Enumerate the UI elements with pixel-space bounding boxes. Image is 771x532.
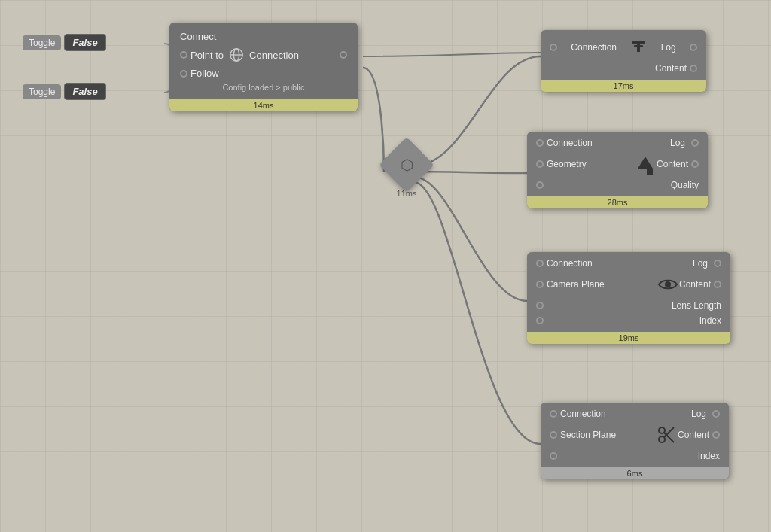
log3-lens-label: Lens Length bbox=[672, 300, 721, 311]
log-node-1-body: Connection Log Content bbox=[541, 30, 706, 80]
log3-icon-area bbox=[657, 273, 679, 296]
log2-geometry-label: Geometry bbox=[547, 159, 587, 169]
connect-row-title: Connect bbox=[180, 29, 347, 44]
log3-content-label: Content bbox=[679, 279, 711, 290]
connect-row-point: Point to Connection bbox=[180, 44, 347, 65]
input-dot-follow bbox=[180, 70, 187, 78]
svg-rect-7 bbox=[647, 169, 653, 175]
svg-point-8 bbox=[665, 281, 671, 287]
svg-rect-4 bbox=[632, 41, 645, 44]
log1-log-label: Log bbox=[661, 42, 676, 53]
log1-timing: 17ms bbox=[541, 80, 706, 92]
log1-input-connection bbox=[550, 44, 557, 51]
diamond-icon: ⬡ bbox=[401, 156, 413, 174]
connect-point-label: Point to bbox=[190, 50, 224, 61]
log4-log-label: Log bbox=[691, 409, 706, 419]
toggle-node-1: Toggle False bbox=[23, 34, 106, 51]
log4-connection-label: Connection bbox=[560, 409, 606, 419]
config-text: Config loaded > public bbox=[180, 81, 347, 93]
toggle-node-2: Toggle False bbox=[23, 83, 106, 100]
log3-log-area: Log bbox=[693, 258, 721, 269]
diamond-shape[interactable]: ⬡ bbox=[379, 137, 434, 193]
connect-timing: 14ms bbox=[169, 99, 358, 111]
log-node-3[interactable]: Connection Log Camera Plane Content Lens… bbox=[527, 252, 730, 344]
log3-timing: 19ms bbox=[527, 332, 730, 344]
log2-input-quality bbox=[536, 181, 544, 189]
log3-camera-label: Camera Plane bbox=[547, 279, 605, 290]
log4-timing: 6ms bbox=[541, 467, 729, 479]
log4-row-connection: Connection Log bbox=[550, 407, 720, 421]
log4-output-content bbox=[712, 431, 720, 439]
log2-row-geometry: Geometry Content bbox=[536, 151, 699, 177]
log4-log-area: Log bbox=[691, 409, 720, 419]
connect-node-body: Connect Point to Connection Follow Confi… bbox=[169, 23, 358, 99]
toggle-label-1[interactable]: Toggle bbox=[23, 35, 61, 50]
toggle-label-2[interactable]: Toggle bbox=[23, 84, 61, 99]
log2-icon-area bbox=[634, 153, 657, 175]
svg-point-10 bbox=[659, 436, 665, 442]
log-node-4-body: Connection Log Section Plane Content bbox=[541, 403, 729, 467]
log4-scissors-icon bbox=[656, 424, 677, 445]
log2-quality-label: Quality bbox=[671, 180, 699, 190]
log3-input-camera bbox=[536, 281, 544, 288]
log1-row-connection: Connection Log bbox=[550, 35, 697, 60]
connect-connection-label: Connection bbox=[249, 50, 299, 61]
connect-title: Connect bbox=[180, 31, 216, 42]
log3-input-connection bbox=[536, 260, 544, 267]
log3-row-lens: Lens Length bbox=[536, 299, 721, 312]
log2-icon bbox=[635, 154, 656, 175]
log4-input-index bbox=[550, 452, 557, 460]
log1-row-content: Content bbox=[550, 62, 697, 75]
log1-output-log bbox=[690, 44, 697, 51]
log1-icon-area bbox=[627, 36, 650, 59]
log-node-2-body: Connection Log Geometry Content Qu bbox=[527, 132, 708, 196]
log2-input-geometry bbox=[536, 160, 544, 168]
log2-content-label: Content bbox=[657, 159, 688, 169]
log2-output-content bbox=[691, 160, 699, 168]
log3-row-connection: Connection Log bbox=[536, 257, 721, 270]
svg-line-12 bbox=[664, 427, 674, 437]
connect-follow-label: Follow bbox=[190, 68, 219, 79]
svg-line-11 bbox=[664, 433, 674, 442]
log4-index-label: Index bbox=[698, 451, 720, 461]
log4-row-section: Section Plane Content bbox=[550, 422, 720, 448]
connect-row-follow: Follow bbox=[180, 65, 347, 81]
svg-rect-5 bbox=[634, 45, 643, 47]
log3-connection-label: Connection bbox=[547, 258, 593, 269]
globe-icon bbox=[228, 47, 245, 63]
log1-output-content bbox=[690, 65, 697, 72]
middle-diamond-node[interactable]: ⬡ 11ms bbox=[376, 145, 437, 198]
toggle-value-2[interactable]: False bbox=[64, 83, 105, 100]
log3-log-label: Log bbox=[693, 258, 708, 269]
svg-marker-6 bbox=[638, 157, 653, 169]
toggle-value-1[interactable]: False bbox=[64, 34, 105, 51]
log2-output-log bbox=[691, 139, 699, 147]
log4-input-connection bbox=[550, 410, 557, 418]
log3-input-lens bbox=[536, 302, 544, 309]
log-node-3-body: Connection Log Camera Plane Content Lens… bbox=[527, 252, 730, 332]
log-node-4[interactable]: Connection Log Section Plane Content bbox=[541, 403, 729, 479]
log3-eye-icon bbox=[657, 277, 678, 292]
input-dot-point bbox=[180, 51, 187, 59]
log3-input-index bbox=[536, 317, 544, 324]
log1-content-label: Content bbox=[655, 63, 687, 74]
log2-row-quality: Quality bbox=[536, 178, 699, 192]
log2-input-connection bbox=[536, 139, 544, 147]
log2-connection-label: Connection bbox=[547, 138, 593, 148]
log4-section-label: Section Plane bbox=[560, 430, 616, 440]
log4-output-log bbox=[712, 410, 720, 418]
log1-icon bbox=[629, 38, 648, 56]
log-node-2[interactable]: Connection Log Geometry Content Qu bbox=[527, 132, 708, 208]
log-node-1[interactable]: Connection Log Content 17ms bbox=[541, 30, 706, 92]
log4-icon-area bbox=[655, 424, 678, 446]
log2-log-label: Log bbox=[670, 138, 685, 148]
log1-connection-label: Connection bbox=[571, 42, 617, 53]
connect-node[interactable]: Connect Point to Connection Follow Confi… bbox=[169, 23, 358, 111]
output-dot-connection bbox=[340, 51, 347, 59]
log3-output-content bbox=[714, 281, 721, 288]
log2-timing: 28ms bbox=[527, 196, 708, 208]
log4-content-label: Content bbox=[678, 430, 709, 440]
log3-index-label: Index bbox=[699, 315, 721, 326]
log4-row-index: Index bbox=[550, 449, 720, 463]
log2-row-connection: Connection Log bbox=[536, 136, 699, 150]
